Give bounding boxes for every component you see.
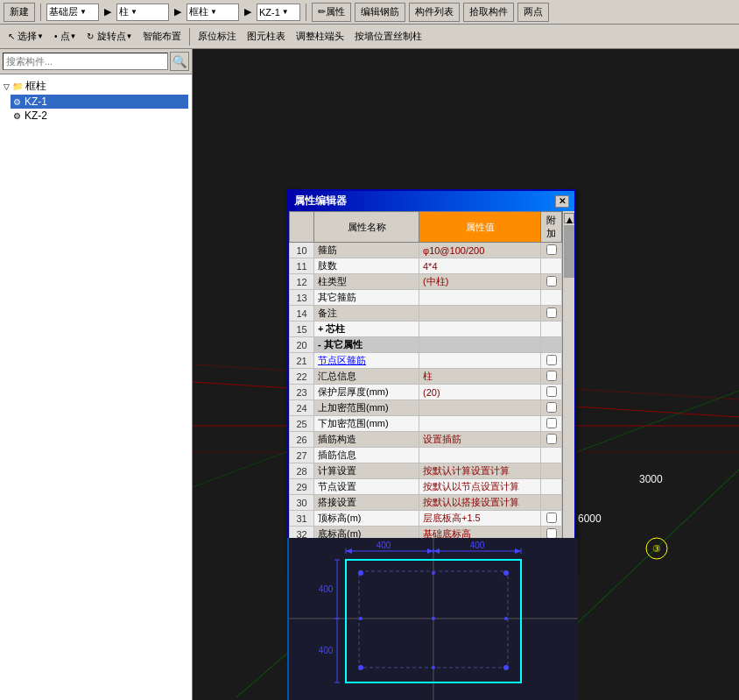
property-value[interactable]: 按默认以搭接设置计算 xyxy=(419,495,541,511)
property-checkbox[interactable] xyxy=(546,371,557,381)
table-row[interactable]: 27插筋信息 xyxy=(290,448,562,463)
table-row[interactable]: 31顶标高(m)层底板高+1.5 xyxy=(290,511,562,527)
table-row[interactable]: 24上加密范围(mm) xyxy=(290,400,562,416)
new-button[interactable]: 新建 xyxy=(4,3,35,22)
row-number: 21 xyxy=(290,353,314,369)
table-row[interactable]: 11肢数4*4 xyxy=(290,258,562,274)
row-number: 25 xyxy=(290,416,314,432)
svg-text:400: 400 xyxy=(319,584,334,594)
table-row[interactable]: 21节点区箍筋 xyxy=(290,353,562,369)
property-value[interactable]: 按默认以节点设置计算 xyxy=(419,479,541,495)
property-value[interactable] xyxy=(419,448,541,463)
row-number: 12 xyxy=(290,274,314,290)
property-checkbox-cell xyxy=(541,258,562,274)
property-checkbox[interactable] xyxy=(546,402,557,413)
svg-text:400: 400 xyxy=(470,541,485,550)
sep3 xyxy=(189,28,190,46)
item-icon-kz2: ⚙ xyxy=(11,110,23,122)
property-checkbox[interactable] xyxy=(546,513,557,523)
property-value[interactable]: 层底板高+1.5 xyxy=(419,511,541,527)
toolbar-1: 新建 基础层 ▼ ▶ 柱 ▼ ▶ 框柱 ▼ ▶ KZ-1 ▼ ✏ 属性 编辑钢筋… xyxy=(0,0,739,25)
property-checkbox[interactable] xyxy=(546,386,557,397)
edit-rebar-button[interactable]: 编辑钢筋 xyxy=(355,3,405,22)
scroll-up-button[interactable]: ▲ xyxy=(564,213,574,223)
property-value[interactable]: 4*4 xyxy=(419,258,541,274)
property-checkbox[interactable] xyxy=(546,244,557,255)
property-value[interactable]: φ10@100/200 xyxy=(419,243,541,258)
dialog-close-button[interactable]: ✕ xyxy=(555,195,569,208)
property-checkbox-cell xyxy=(541,274,562,290)
property-value[interactable] xyxy=(419,416,541,432)
property-checkbox[interactable] xyxy=(546,308,557,318)
table-row[interactable]: 13其它箍筋 xyxy=(290,290,562,306)
col-attach-header: 附加 xyxy=(541,212,562,243)
component-dropdown[interactable]: 柱 ▼ xyxy=(116,4,169,21)
table-row[interactable]: 26插筋构造设置插筋 xyxy=(290,432,562,448)
pick-component-button[interactable]: 拾取构件 xyxy=(463,3,514,22)
search-input[interactable] xyxy=(3,53,168,70)
dialog-scrollbar[interactable]: ▲ ▼ xyxy=(562,211,574,570)
svg-point-41 xyxy=(359,617,362,620)
property-checkbox[interactable] xyxy=(546,434,557,444)
type-dropdown[interactable]: 框柱 ▼ xyxy=(187,4,239,21)
table-row[interactable]: 22汇总信息柱 xyxy=(290,369,562,385)
table-row[interactable]: 25下加密范围(mm) xyxy=(290,416,562,432)
property-checkbox[interactable] xyxy=(546,528,557,539)
rotate-tool-button[interactable]: ↻ 旋转点 ▼ xyxy=(82,27,137,46)
property-value[interactable]: 柱 xyxy=(419,369,541,385)
sep-dot: ▶ xyxy=(102,6,113,18)
search-button[interactable]: 🔍 xyxy=(170,52,189,71)
property-value[interactable]: (20) xyxy=(419,385,541,400)
property-name: 插筋构造 xyxy=(314,432,419,448)
property-value[interactable]: 设置插筋 xyxy=(419,432,541,448)
table-row[interactable]: 28计算设置按默认计算设置计算 xyxy=(290,463,562,479)
table-row[interactable]: 12柱类型(中柱) xyxy=(290,274,562,290)
row-number: 23 xyxy=(290,385,314,400)
scroll-thumb[interactable] xyxy=(564,225,574,278)
svg-point-40 xyxy=(432,666,435,669)
layer-dropdown[interactable]: 基础层 ▼ xyxy=(46,4,99,21)
table-row[interactable]: 30搭接设置按默认以搭接设置计算 xyxy=(290,495,562,511)
property-checkbox-cell xyxy=(541,385,562,400)
property-value[interactable] xyxy=(419,353,541,369)
component-tree: ▽ 📁 框柱 ⚙ KZ-1 ⚙ KZ-2 xyxy=(0,74,192,700)
property-value[interactable] xyxy=(419,400,541,416)
row-number: 11 xyxy=(290,258,314,274)
3d-viewport[interactable]: 000 3000 6000 ② ③ 属性编辑器 ✕ xyxy=(193,49,739,700)
property-value[interactable]: (中柱) xyxy=(419,274,541,290)
tree-item-kz2[interactable]: ⚙ KZ-2 xyxy=(11,109,188,123)
table-row[interactable]: 10箍筋φ10@100/200 xyxy=(290,243,562,258)
table-row[interactable]: 15+ 芯柱 xyxy=(290,322,562,337)
property-value[interactable] xyxy=(419,306,541,322)
original-annotation-button[interactable]: 原位标注 xyxy=(194,27,241,46)
table-row[interactable]: 29节点设置按默认以节点设置计算 xyxy=(290,479,562,495)
property-name: 节点区箍筋 xyxy=(314,353,419,369)
property-checkbox-cell xyxy=(541,243,562,258)
column-table-button[interactable]: 图元柱表 xyxy=(243,27,290,46)
table-row[interactable]: 20- 其它属性 xyxy=(290,337,562,353)
smart-layout-button[interactable]: 智能布置 xyxy=(138,27,186,46)
property-name: 肢数 xyxy=(314,258,419,274)
id-dropdown[interactable]: KZ-1 ▼ xyxy=(257,4,300,21)
table-row[interactable]: 23保护层厚度(mm)(20) xyxy=(290,385,562,400)
toolbar-2: ↖ 选择 ▼ • 点 ▼ ↻ 旋转点 ▼ 智能布置 原位标注 图元柱表 调整柱端… xyxy=(0,25,739,49)
wall-column-button[interactable]: 按墙位置丝制柱 xyxy=(350,27,426,46)
table-row[interactable]: 14备注 xyxy=(290,306,562,322)
dialog-title-bar[interactable]: 属性编辑器 ✕ xyxy=(289,191,574,211)
adjust-column-button[interactable]: 调整柱端头 xyxy=(292,27,348,46)
point-tool-button[interactable]: • 点 ▼ xyxy=(50,27,81,46)
row-number: 30 xyxy=(290,495,314,511)
property-name: 柱类型 xyxy=(314,274,419,290)
property-button[interactable]: ✏ 属性 xyxy=(312,3,351,22)
property-checkbox[interactable] xyxy=(546,276,557,286)
two-point-button[interactable]: 两点 xyxy=(517,3,549,22)
property-checkbox[interactable] xyxy=(546,418,557,428)
property-value[interactable]: 按默认计算设置计算 xyxy=(419,463,541,479)
svg-point-35 xyxy=(358,570,363,576)
component-list-button[interactable]: 构件列表 xyxy=(409,3,460,22)
property-checkbox[interactable] xyxy=(546,355,557,365)
tree-item-kz1[interactable]: ⚙ KZ-1 xyxy=(11,95,188,109)
select-tool-button[interactable]: ↖ 选择 ▼ xyxy=(4,27,48,46)
tree-item-kuangzhu[interactable]: ▽ 📁 框柱 xyxy=(4,78,188,95)
property-value[interactable] xyxy=(419,290,541,306)
